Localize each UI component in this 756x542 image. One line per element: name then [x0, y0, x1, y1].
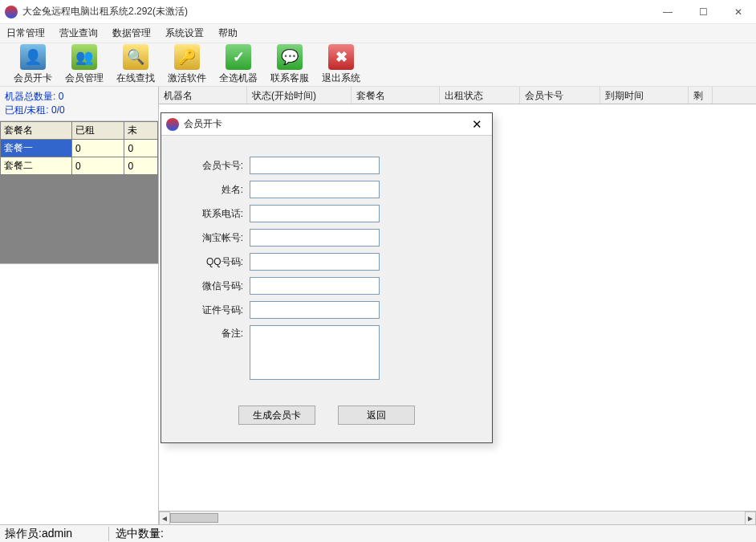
col-状态(开始时间)[interactable]: 状态(开始时间)	[247, 87, 352, 104]
toolbar-member-mgr[interactable]: 会员管理	[59, 44, 109, 85]
dialog-title: 会员开卡	[184, 117, 461, 131]
scroll-thumb[interactable]	[170, 513, 218, 523]
exit-sys-label: 退出系统	[316, 71, 366, 85]
toolbar-select-all[interactable]: 全选机器	[213, 44, 263, 85]
dialog-button-row: 生成会员卡返回	[182, 405, 471, 425]
pkg-col-套餐名[interactable]: 套餐名	[1, 122, 72, 140]
toolbar-online-search[interactable]: 在线查找	[111, 44, 161, 85]
horizontal-scrollbar[interactable]: ◄ ►	[159, 511, 756, 524]
rent-value: 0/0	[51, 104, 65, 116]
toolbar-activate-soft[interactable]: 激活软件	[162, 44, 212, 85]
close-button[interactable]: ✕	[721, 0, 756, 24]
input-phone[interactable]	[250, 205, 380, 222]
scroll-right-arrow[interactable]: ►	[745, 511, 756, 524]
toolbar-exit-sys[interactable]: 退出系统	[316, 44, 366, 85]
generate-card-button[interactable]: 生成会员卡	[238, 405, 315, 425]
label-phone: 联系电话:	[182, 207, 243, 221]
menu-帮助[interactable]: 帮助	[218, 26, 238, 40]
label-qq: QQ号码:	[182, 255, 243, 269]
field-row-remark: 备注:	[182, 325, 471, 380]
label-card: 会员卡号:	[182, 159, 243, 173]
col-到期时间[interactable]: 到期时间	[600, 87, 689, 104]
col-套餐名[interactable]: 套餐名	[352, 87, 440, 104]
field-row-qq: QQ号码:	[182, 253, 471, 271]
col-剩[interactable]: 剩	[689, 87, 713, 104]
statusbar: 操作员:admin 选中数量:	[0, 524, 756, 542]
app-icon	[5, 6, 18, 18]
label-name: 姓名:	[182, 183, 243, 197]
field-row-phone: 联系电话:	[182, 205, 471, 222]
select-all-icon	[226, 44, 251, 70]
titlebar: 大金兔远程电脑出租系统2.292(未激活) — ☐ ✕	[0, 0, 756, 24]
minimize-button[interactable]: —	[650, 0, 685, 24]
field-row-name: 姓名:	[182, 181, 471, 198]
machine-table-header: 机器名状态(开始时间)套餐名出租状态会员卡号到期时间剩	[159, 87, 756, 104]
label-remark: 备注:	[182, 327, 243, 340]
field-row-wechat: 微信号码:	[182, 277, 471, 295]
contact-serv-icon	[277, 44, 303, 70]
member-mgr-icon	[71, 44, 97, 70]
scroll-left-arrow[interactable]: ◄	[159, 511, 170, 524]
exit-sys-icon	[328, 44, 354, 70]
activate-soft-label: 激活软件	[162, 71, 212, 85]
status-selected: 选中数量:	[116, 527, 164, 541]
field-row-idno: 证件号码:	[182, 301, 471, 319]
package-table[interactable]: 套餐名已租未 套餐一00套餐二00	[0, 121, 158, 175]
col-机器名[interactable]: 机器名	[159, 87, 247, 104]
dialog-form: 会员卡号:姓名:联系电话:淘宝帐号:QQ号码:微信号码:证件号码:备注:生成会员…	[161, 136, 492, 433]
select-all-label: 全选机器	[213, 71, 263, 85]
dialog-close-button[interactable]: ✕	[461, 113, 492, 136]
menu-营业查询[interactable]: 营业查询	[59, 26, 98, 40]
input-taobao[interactable]	[250, 229, 380, 247]
toolbar: 会员开卡会员管理在线查找激活软件全选机器联系客服退出系统	[0, 43, 756, 87]
input-wechat[interactable]	[250, 277, 380, 295]
member-open-label: 会员开卡	[8, 71, 58, 85]
input-idno[interactable]	[250, 301, 380, 319]
label-wechat: 微信号码:	[182, 279, 243, 293]
field-row-taobao: 淘宝帐号:	[182, 229, 471, 247]
input-card[interactable]	[250, 157, 380, 174]
rent-label: 已租/未租:	[5, 104, 49, 116]
menu-系统设置[interactable]: 系统设置	[165, 26, 204, 40]
input-name[interactable]	[250, 181, 380, 198]
pkg-col-已租[interactable]: 已租	[72, 122, 124, 140]
pkg-row[interactable]: 套餐一00	[1, 140, 158, 157]
menubar: 日常管理营业查询数据管理系统设置帮助	[0, 24, 756, 43]
label-taobao: 淘宝帐号:	[182, 231, 243, 245]
toolbar-member-open[interactable]: 会员开卡	[8, 44, 58, 85]
field-row-card: 会员卡号:	[182, 157, 471, 174]
input-qq[interactable]	[250, 253, 380, 271]
member-open-icon	[20, 44, 46, 70]
left-panel: 机器总数量: 0 已租/未租: 0/0 套餐名已租未 套餐一00套餐二00	[0, 87, 159, 524]
maximize-button[interactable]: ☐	[685, 0, 721, 24]
activate-soft-icon	[174, 44, 200, 70]
machine-stats: 机器总数量: 0 已租/未租: 0/0	[0, 87, 158, 121]
input-remark[interactable]	[250, 325, 380, 380]
member-mgr-label: 会员管理	[59, 71, 109, 85]
total-label: 机器总数量:	[5, 91, 55, 102]
dialog-titlebar: 会员开卡 ✕	[161, 113, 492, 136]
menu-日常管理[interactable]: 日常管理	[6, 26, 45, 40]
back-button[interactable]: 返回	[338, 405, 415, 425]
pkg-col-未[interactable]: 未	[124, 122, 158, 140]
status-operator: 操作员:admin	[5, 527, 109, 541]
member-open-dialog: 会员开卡 ✕ 会员卡号:姓名:联系电话:淘宝帐号:QQ号码:微信号码:证件号码:…	[161, 112, 493, 443]
label-idno: 证件号码:	[182, 304, 243, 317]
left-lower-panel	[0, 263, 158, 524]
menu-数据管理[interactable]: 数据管理	[112, 26, 151, 40]
dialog-app-icon	[166, 118, 179, 131]
toolbar-contact-serv[interactable]: 联系客服	[265, 44, 315, 85]
col-会员卡号[interactable]: 会员卡号	[520, 87, 600, 104]
contact-serv-label: 联系客服	[265, 71, 315, 85]
online-search-label: 在线查找	[111, 71, 161, 85]
total-value: 0	[59, 91, 64, 102]
package-table-fill	[0, 175, 158, 263]
pkg-row[interactable]: 套餐二00	[1, 157, 158, 175]
online-search-icon	[123, 44, 148, 70]
window-title: 大金兔远程电脑出租系统2.292(未激活)	[22, 5, 650, 18]
col-出租状态[interactable]: 出租状态	[440, 87, 520, 104]
